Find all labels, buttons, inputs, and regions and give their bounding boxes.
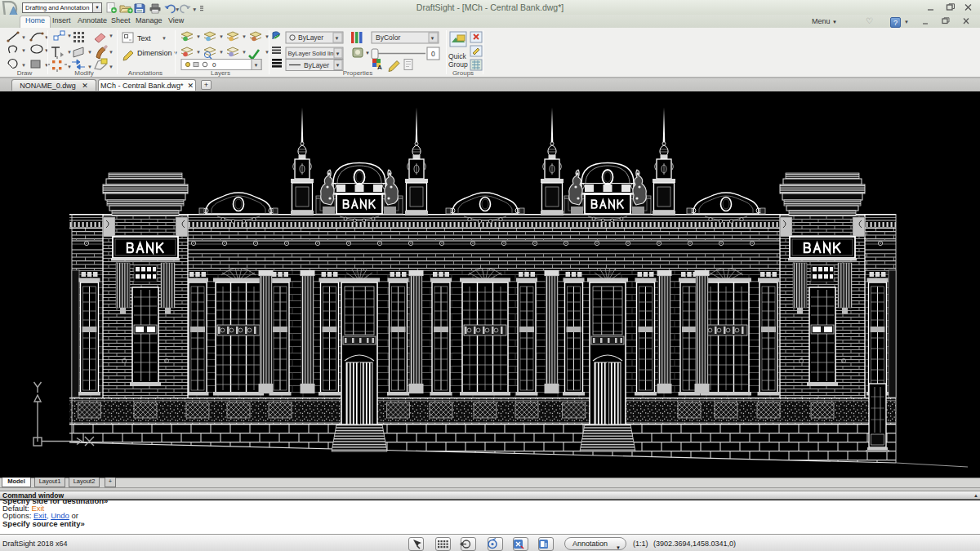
svg-text:▼: ▼ — [242, 50, 247, 55]
svg-text:ByColor: ByColor — [376, 33, 400, 42]
svg-text:▼: ▼ — [430, 36, 435, 41]
svg-text:▼: ▼ — [67, 50, 72, 55]
svg-text:▼: ▼ — [365, 51, 370, 56]
svg-text:▼: ▼ — [21, 35, 26, 40]
svg-text:▼: ▼ — [219, 50, 224, 55]
svg-text:▼: ▼ — [335, 36, 340, 41]
svg-text:▼: ▼ — [196, 34, 201, 39]
svg-text:▼: ▼ — [162, 36, 167, 41]
svg-text:▼: ▼ — [44, 35, 49, 40]
svg-text:▼: ▼ — [254, 63, 259, 68]
svg-text:▼: ▼ — [109, 50, 114, 55]
svg-text:▼: ▼ — [336, 51, 341, 56]
svg-text:ByLayer: ByLayer — [304, 61, 329, 69]
svg-text:ByLayer: ByLayer — [288, 50, 311, 57]
svg-text:▼: ▼ — [109, 33, 114, 38]
svg-text:▼: ▼ — [192, 7, 197, 12]
svg-text:▼: ▼ — [219, 34, 224, 39]
svg-text:▼: ▼ — [44, 48, 49, 53]
svg-text:▼: ▼ — [67, 33, 72, 38]
svg-text:▼: ▼ — [21, 63, 26, 68]
svg-text:▼: ▼ — [21, 48, 26, 53]
svg-text:ByLayer: ByLayer — [298, 33, 323, 42]
svg-text:0: 0 — [431, 50, 435, 58]
svg-text:Quick: Quick — [448, 52, 466, 60]
svg-text:Solid line: Solid line — [312, 50, 337, 57]
svg-text:▼: ▼ — [336, 63, 341, 68]
svg-text:▼: ▼ — [242, 34, 247, 39]
svg-text:0: 0 — [212, 61, 216, 69]
svg-text:▼: ▼ — [87, 50, 92, 55]
svg-text:Dimension: Dimension — [137, 49, 172, 57]
svg-text:Group: Group — [448, 60, 468, 69]
svg-text:▼: ▼ — [175, 7, 180, 12]
svg-text:Text: Text — [137, 34, 151, 42]
svg-text:▼: ▼ — [109, 64, 114, 69]
svg-text:▼: ▼ — [44, 63, 49, 68]
svg-text:▼: ▼ — [196, 50, 201, 55]
